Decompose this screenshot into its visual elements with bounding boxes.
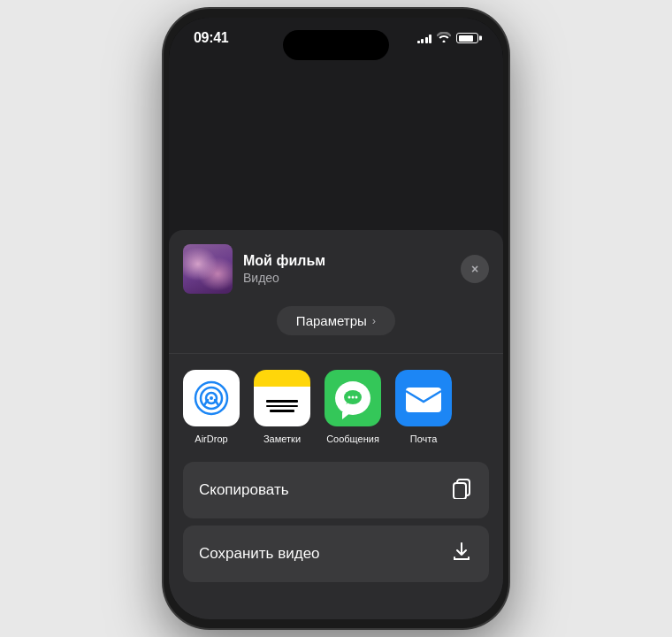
mail-label: Почта xyxy=(410,434,438,444)
download-icon xyxy=(450,540,473,568)
airdrop-icon xyxy=(183,370,240,426)
notes-label: Заметки xyxy=(263,434,301,444)
phone-screen: 09:41 xyxy=(169,18,503,619)
svg-rect-10 xyxy=(454,483,466,499)
wifi-icon xyxy=(437,31,451,45)
apps-row: AirDrop Заметки xyxy=(183,370,489,444)
notes-icon xyxy=(254,370,310,426)
copy-label: Скопировать xyxy=(199,481,289,499)
messages-icon xyxy=(325,370,381,426)
app-item-notes[interactable]: Заметки xyxy=(254,370,310,444)
status-time: 09:41 xyxy=(194,30,228,46)
save-video-label: Сохранить видео xyxy=(199,545,320,563)
video-thumbnail xyxy=(183,244,233,294)
save-video-button[interactable]: Сохранить видео xyxy=(183,526,489,582)
svg-point-3 xyxy=(210,396,213,400)
status-icons xyxy=(417,31,479,45)
svg-point-5 xyxy=(348,396,351,399)
battery-icon xyxy=(456,33,478,43)
svg-point-7 xyxy=(355,396,358,399)
options-button[interactable]: Параметры › xyxy=(277,306,395,335)
close-button[interactable]: × xyxy=(461,255,489,283)
copy-button[interactable]: Скопировать xyxy=(183,462,489,518)
app-item-messages[interactable]: Сообщения xyxy=(325,370,381,444)
app-item-mail[interactable]: Почта xyxy=(395,370,452,444)
app-item-airdrop[interactable]: AirDrop xyxy=(183,370,240,444)
chevron-right-icon: › xyxy=(372,314,376,327)
copy-icon xyxy=(450,476,473,504)
sheet-title: Мой фильм xyxy=(243,253,325,269)
dynamic-island xyxy=(283,30,389,60)
close-icon: × xyxy=(471,263,478,275)
options-label: Параметры xyxy=(296,313,367,328)
svg-rect-8 xyxy=(406,388,441,412)
phone-frame: 09:41 xyxy=(164,9,508,628)
share-sheet: Мой фильм Видео × Параметры › xyxy=(169,230,503,619)
sheet-header: Мой фильм Видео × xyxy=(183,244,489,294)
sheet-title-group: Мой фильм Видео xyxy=(243,253,325,285)
options-row: Параметры › xyxy=(183,306,489,335)
divider xyxy=(169,353,503,354)
sheet-subtitle: Видео xyxy=(243,271,325,285)
signal-icon xyxy=(417,33,432,43)
mail-icon xyxy=(395,370,452,426)
messages-label: Сообщения xyxy=(326,434,379,444)
airdrop-label: AirDrop xyxy=(195,434,227,444)
svg-point-6 xyxy=(352,396,355,399)
